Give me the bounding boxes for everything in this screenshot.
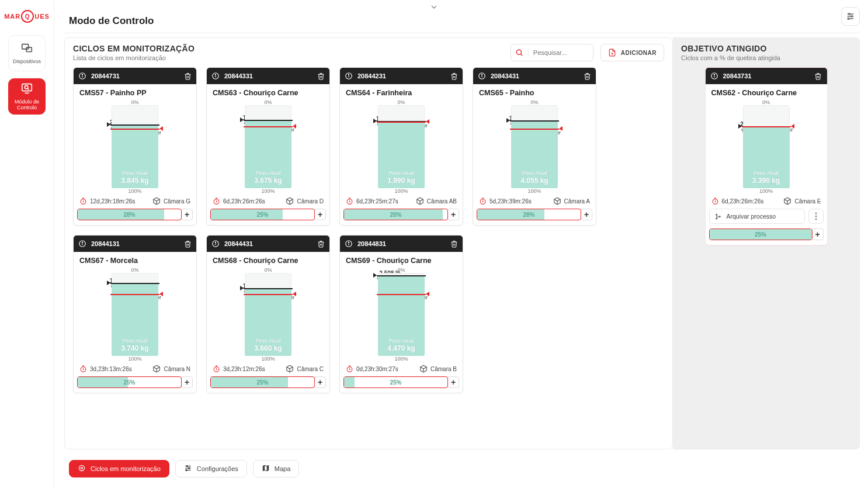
progress-bar[interactable]: 25% (210, 376, 315, 388)
card-id: 20843431 (491, 72, 578, 79)
add-cycle-button[interactable]: ADICIONAR (600, 44, 664, 61)
cube-icon (416, 197, 424, 205)
stopwatch-icon (346, 198, 353, 205)
progress-label: 25% (390, 379, 401, 386)
progress-add-button[interactable]: + (181, 209, 193, 220)
cube-icon (152, 365, 161, 373)
tab-ciclos[interactable]: Ciclos em monitorização (69, 460, 169, 477)
camera-label: Câmara D (286, 197, 324, 205)
progress-bar[interactable]: 25% (709, 229, 813, 240)
panel-monitor: CICLOS EM MONITORIZAÇÃO Lista de ciclos … (64, 37, 673, 449)
card-chart: 0% 17.416 %% perdida 25 %% a perder Peso… (207, 98, 329, 195)
svg-point-48 (716, 214, 717, 215)
card-info-button[interactable] (77, 238, 88, 249)
card-more-button[interactable] (808, 209, 824, 224)
top-settings-button[interactable] (841, 7, 860, 26)
svg-rect-1 (26, 47, 32, 51)
bottom-tabs: Ciclos em monitorizaçãoConfiguraçõesMapa (69, 460, 299, 477)
progress-label: 28% (123, 212, 135, 218)
progress-bar[interactable]: 28% (477, 209, 581, 220)
cycle-card: 20844731 CMS57 - Painho PP 0% 23.406 %% … (73, 67, 197, 226)
scale-bottom: 100% (213, 188, 324, 194)
progress-add-button[interactable]: + (314, 376, 326, 388)
svg-point-61 (186, 469, 187, 470)
trash-icon (814, 72, 822, 80)
trash-icon (184, 240, 192, 248)
collapse-top-button[interactable] (429, 2, 439, 14)
progress-bar[interactable]: 25% (210, 209, 315, 220)
progress-bar[interactable]: 25% (77, 376, 182, 388)
progress-bar[interactable]: 28% (77, 209, 182, 220)
target-line (377, 122, 426, 123)
progress-add-button[interactable]: + (314, 209, 326, 220)
progress-add-button[interactable]: + (812, 229, 824, 240)
svg-point-46 (714, 74, 714, 75)
sidebar-item-dispositivos[interactable]: Dispositivos (8, 35, 46, 71)
panel-achieved: OBJETIVO ATINGIDO Ciclos com a % de queb… (673, 37, 860, 449)
card-info-button[interactable] (77, 71, 88, 81)
sidebar-item-modulo-controlo[interactable]: Módulo de Controlo (8, 78, 46, 115)
card-title: CMS65 - Painho (473, 84, 596, 98)
target-line (110, 294, 159, 295)
card-info-button[interactable] (477, 71, 487, 81)
tab-mapa[interactable]: Mapa (253, 460, 300, 477)
card-delete-button[interactable] (182, 71, 193, 81)
current-weight: Peso Atual3.660 kg (245, 338, 291, 352)
progress-add-button[interactable]: + (447, 209, 459, 220)
camera-label: Câmara AB (416, 197, 457, 205)
card-info-button[interactable] (210, 238, 221, 249)
info-icon (345, 72, 353, 80)
card-delete-button[interactable] (449, 71, 459, 81)
card-delete-button[interactable] (182, 238, 193, 249)
card-title: CMS63 - Chouriço Carne (207, 84, 329, 98)
card-info-button[interactable] (343, 238, 354, 249)
camera-label: Câmara A (553, 197, 590, 205)
scale-top: 0% (711, 99, 821, 105)
progress-add-button[interactable]: + (447, 376, 459, 388)
cycle-card: 20844231 CMS64 - Farinheira 0% 19.106 %%… (339, 67, 463, 226)
svg-line-13 (521, 54, 523, 56)
scale-bottom: 100% (479, 188, 590, 194)
svg-point-7 (849, 13, 850, 15)
target-marker-icon (791, 124, 794, 129)
card-title: CMS64 - Farinheira (340, 84, 463, 98)
search-box[interactable] (511, 44, 593, 61)
add-file-icon (608, 49, 616, 57)
target-marker-icon (559, 126, 563, 131)
scale-top: 0% (213, 267, 324, 273)
archive-process-button[interactable]: Arquivar processo (709, 209, 805, 224)
devices-icon (20, 42, 33, 58)
card-info-button[interactable] (709, 71, 720, 81)
progress-add-button[interactable]: + (581, 209, 592, 220)
progress-bar[interactable]: 25% (343, 376, 448, 388)
stopwatch-icon (711, 198, 719, 205)
card-delete-button[interactable] (315, 238, 326, 249)
sidebar-separator (54, 0, 54, 488)
target-icon (78, 464, 86, 473)
card-delete-button[interactable] (582, 71, 592, 81)
logo-q-icon: Q (21, 10, 34, 23)
progress-add-button[interactable]: + (181, 376, 193, 388)
cycle-card: 20844331 CMS63 - Chouriço Carne 0% 17.41… (206, 67, 330, 226)
card-title: CMS57 - Painho PP (74, 84, 196, 98)
card-info-button[interactable] (343, 71, 354, 81)
lost-line (377, 275, 426, 276)
progress-bar[interactable]: 20% (343, 209, 448, 220)
achieved-title: OBJETIVO ATINGIDO (681, 44, 851, 53)
card-id: 20844731 (91, 72, 179, 79)
card-chart: 0% 19.106 %% perdida 20 %% a perder Peso… (340, 98, 463, 195)
tab-configuracoes[interactable]: Configurações (175, 460, 247, 477)
card-info-button[interactable] (210, 71, 221, 81)
card-delete-button[interactable] (315, 71, 326, 81)
card-id: 20844231 (357, 72, 445, 79)
target-line (110, 129, 159, 130)
cube-icon (152, 197, 161, 205)
card-delete-button[interactable] (813, 71, 824, 81)
card-chart: 0% 12.207 %% perdida 25 %% a perder Peso… (74, 266, 196, 362)
cycle-card: 20843431 CMS65 - Painho 0% 18.246 %% per… (473, 67, 596, 226)
card-delete-button[interactable] (449, 238, 459, 249)
cycle-card: 20844831 CMS69 - Chouriço Carne 0% 2.508… (339, 235, 463, 393)
elapsed-time: 6d,23h:26m:26s (711, 198, 764, 205)
sliders-icon (184, 464, 192, 473)
search-input[interactable] (529, 44, 593, 61)
